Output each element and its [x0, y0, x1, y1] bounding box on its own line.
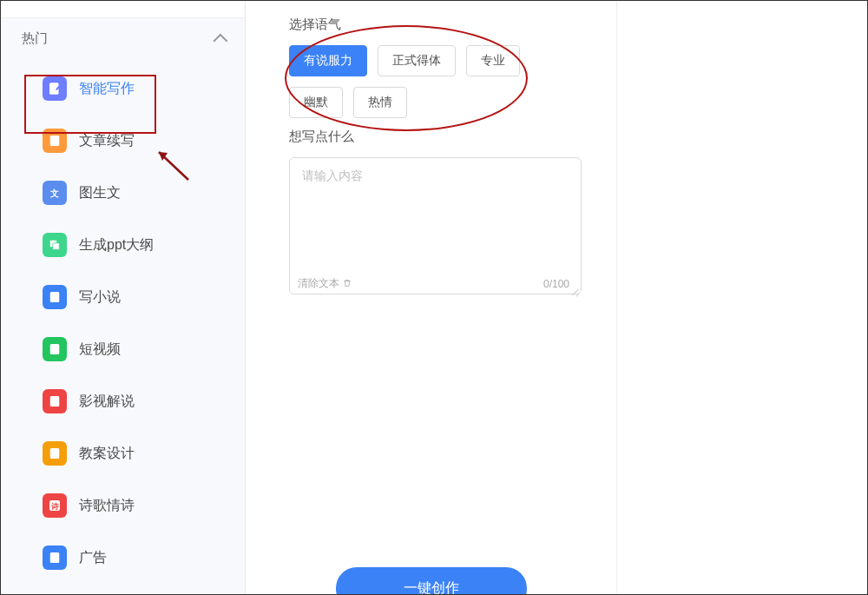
doc-lines-icon	[43, 129, 67, 153]
doc-play-icon	[43, 389, 67, 413]
sidebar-item-label: 影视解说	[79, 393, 135, 411]
sidebar-top-gap	[1, 1, 245, 18]
tone-button-3[interactable]: 幽默	[289, 87, 343, 118]
svg-rect-19	[52, 455, 56, 456]
svg-rect-24	[52, 557, 57, 558]
doc-char-icon: 诗	[43, 493, 67, 518]
doc-play-icon	[43, 337, 67, 361]
sidebar-item-0[interactable]: 智能写作	[1, 63, 245, 115]
content-input[interactable]	[289, 157, 582, 294]
sidebar-list: 智能写作文章续写文图生文生成ppt大纲写小说短视频影视解说教案设计诗诗歌情诗广告	[1, 59, 245, 587]
sidebar-item-label: 文章续写	[79, 132, 135, 150]
sidebar-item-7[interactable]: 教案设计	[1, 427, 245, 479]
submit-wrap: 一键创作	[246, 552, 616, 594]
tone-button-1[interactable]: 正式得体	[378, 45, 456, 76]
form-column: 选择语气 有说服力正式得体专业幽默热情 想写点什么 清除文本 0/100	[246, 1, 617, 594]
tone-button-4[interactable]: 热情	[353, 87, 407, 118]
doc-edit-icon	[43, 76, 67, 101]
svg-rect-9	[52, 294, 57, 295]
doc-lines-icon	[43, 285, 67, 309]
sidebar-item-label: 教案设计	[79, 445, 135, 463]
tone-row: 有说服力正式得体专业幽默热情	[289, 45, 582, 118]
svg-text:诗: 诗	[50, 502, 59, 511]
doc-lines-icon	[43, 545, 67, 570]
content-label: 想写点什么	[289, 129, 582, 145]
sidebar-item-3[interactable]: 生成ppt大纲	[1, 219, 245, 271]
sidebar-item-label: 生成ppt大纲	[79, 236, 154, 255]
sidebar-item-5[interactable]: 短视频	[1, 323, 245, 375]
sidebar-item-label: 智能写作	[79, 80, 135, 98]
sidebar-item-9[interactable]: 广告	[1, 532, 245, 584]
sidebar-item-6[interactable]: 影视解说	[1, 375, 245, 427]
svg-rect-2	[52, 138, 57, 139]
tone-button-2[interactable]: 专业	[466, 45, 520, 76]
textarea-wrap: 清除文本 0/100	[289, 157, 582, 298]
sidebar-item-label: 写小说	[79, 288, 121, 307]
sidebar-section-label: 热门	[22, 30, 48, 47]
sidebar-item-8[interactable]: 诗诗歌情诗	[1, 479, 245, 532]
trash-icon	[343, 278, 352, 290]
sidebar: 热门 智能写作文章续写文图生文生成ppt大纲写小说短视频影视解说教案设计诗诗歌情…	[1, 1, 246, 594]
submit-button[interactable]: 一键创作	[336, 567, 527, 595]
sidebar-item-label: 诗歌情诗	[79, 497, 135, 515]
sidebar-item-label: 短视频	[79, 340, 121, 359]
resize-handle-icon[interactable]	[568, 284, 580, 296]
svg-text:文: 文	[49, 188, 59, 198]
svg-rect-4	[52, 142, 56, 143]
sidebar-item-2[interactable]: 文图生文	[1, 167, 245, 219]
svg-rect-7	[53, 243, 60, 250]
main-area: 选择语气 有说服力正式得体专业幽默热情 想写点什么 清除文本 0/100	[246, 1, 867, 594]
svg-rect-23	[52, 555, 57, 556]
doc-lines-icon	[43, 441, 67, 466]
clear-text-label: 清除文本	[298, 276, 339, 291]
tone-label: 选择语气	[289, 17, 582, 33]
svg-rect-11	[52, 299, 56, 300]
layers-icon	[43, 233, 67, 257]
svg-point-15	[54, 400, 59, 406]
tone-button-0[interactable]: 有说服力	[289, 45, 367, 76]
sidebar-item-label: 广告	[79, 549, 107, 567]
translate-icon: 文	[43, 181, 67, 205]
svg-rect-10	[52, 296, 57, 297]
result-column	[617, 1, 867, 594]
sidebar-section-header[interactable]: 热门	[1, 18, 245, 59]
chevron-up-icon	[213, 33, 227, 48]
svg-rect-17	[52, 451, 57, 452]
sidebar-item-1[interactable]: 文章续写	[1, 115, 245, 167]
svg-rect-25	[52, 559, 56, 560]
svg-rect-18	[52, 453, 57, 453]
clear-text-button[interactable]: 清除文本	[298, 276, 352, 291]
sidebar-item-label: 图生文	[79, 184, 121, 202]
sidebar-item-4[interactable]: 写小说	[1, 271, 245, 323]
svg-point-13	[54, 348, 59, 354]
svg-rect-3	[52, 140, 57, 141]
